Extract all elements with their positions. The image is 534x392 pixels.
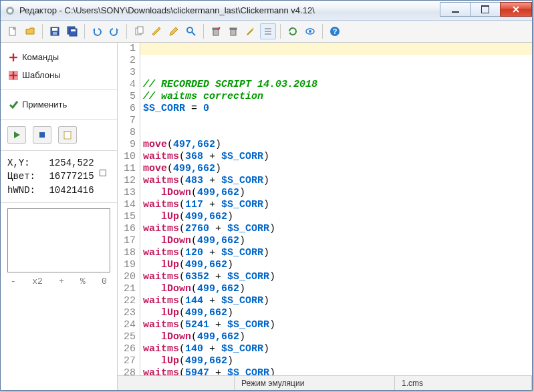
save-all-button[interactable]: [64, 23, 80, 39]
redo-button[interactable]: [106, 23, 122, 39]
ruler-button[interactable]: [148, 23, 164, 39]
svg-point-17: [309, 30, 311, 33]
editor-statusbar: Режим эмуляции 1.cms: [118, 375, 532, 390]
zoom-label: x2: [32, 276, 43, 286]
svg-rect-21: [13, 53, 14, 61]
cursor-status: X,Y: 1254,522 Цвет: 16777215 hWND: 10421…: [1, 151, 117, 203]
toolbar-separator: [280, 24, 281, 39]
sidebar: Команды Шаблоны Применить X,Y: 1: [1, 43, 118, 390]
pencil-button[interactable]: [166, 23, 182, 39]
minimize-button[interactable]: [440, 2, 471, 17]
search-button[interactable]: [183, 23, 199, 39]
apply-button[interactable]: Применить: [7, 95, 110, 114]
sidebar-item-label: Команды: [22, 52, 59, 62]
list-button[interactable]: [260, 23, 276, 39]
color-swatch: [100, 170, 106, 176]
svg-rect-15: [230, 28, 237, 29]
zoom-zero-button[interactable]: 0: [100, 276, 109, 286]
xy-value: 1254,522: [49, 156, 94, 170]
xy-label: X,Y:: [7, 156, 30, 170]
svg-rect-8: [71, 29, 76, 31]
zoom-plus-button[interactable]: +: [57, 276, 66, 286]
preview-box: [7, 208, 110, 272]
svg-rect-25: [13, 71, 14, 79]
code-editor[interactable]: 1234567891011121314151617181920212223242…: [118, 43, 532, 390]
hwnd-value: 10421416: [49, 184, 94, 197]
svg-rect-5: [53, 32, 57, 35]
notes-button[interactable]: [58, 126, 77, 144]
eye-button[interactable]: [302, 23, 318, 39]
toolbar-separator: [126, 24, 127, 39]
svg-rect-12: [213, 29, 219, 35]
svg-point-1: [8, 9, 12, 13]
titlebar[interactable]: Редактор - C:\Users\SONY\Downloads\click…: [1, 1, 532, 21]
zoom-pct-label: %: [80, 276, 86, 286]
hwnd-label: hWND:: [7, 184, 35, 197]
save-button[interactable]: [47, 23, 63, 39]
toolbar-separator: [84, 24, 85, 39]
color-label: Цвет:: [7, 170, 35, 183]
app-window: Редактор - C:\Users\SONY\Downloads\click…: [0, 0, 533, 391]
zoom-controls: - x2 + % 0: [1, 275, 117, 292]
window-title: Редактор - C:\Users\SONY\Downloads\click…: [19, 5, 440, 15]
current-line-highlight: [140, 43, 532, 55]
close-button[interactable]: [500, 2, 532, 17]
copy-button[interactable]: [131, 23, 147, 39]
app-icon: [5, 5, 15, 16]
plus-icon: [9, 71, 18, 80]
refresh-button[interactable]: [285, 23, 301, 39]
sidebar-item-commands[interactable]: Команды: [7, 48, 110, 66]
toolbar: ?: [1, 21, 532, 43]
apply-label: Применить: [22, 100, 67, 110]
check-icon: [9, 100, 18, 110]
new-file-button[interactable]: [5, 23, 21, 39]
toolbar-separator: [42, 24, 43, 39]
play-button[interactable]: [7, 126, 26, 144]
client-area: Команды Шаблоны Применить X,Y: 1: [1, 43, 532, 390]
undo-button[interactable]: [89, 23, 105, 39]
sidebar-item-templates[interactable]: Шаблоны: [7, 66, 110, 84]
line-gutter: 1234567891011121314151617181920212223242…: [118, 43, 140, 375]
delete-alt-button[interactable]: [225, 23, 241, 39]
sidebar-item-label: Шаблоны: [22, 70, 61, 80]
zoom-minus-button[interactable]: -: [9, 276, 18, 286]
toolbar-separator: [322, 24, 323, 39]
svg-rect-10: [138, 27, 143, 33]
stop-button[interactable]: [33, 126, 51, 144]
svg-text:?: ?: [333, 27, 338, 35]
svg-rect-14: [231, 29, 236, 35]
help-button[interactable]: ?: [327, 23, 343, 39]
maximize-button[interactable]: [470, 2, 501, 17]
status-file: 1.cms: [395, 376, 532, 390]
svg-rect-26: [39, 132, 45, 138]
wand-button[interactable]: [243, 23, 259, 39]
svg-point-11: [187, 27, 192, 33]
code-lines[interactable]: // RECORDED SCRIPT 14.03.2018// waitms c…: [143, 79, 532, 375]
delete-button[interactable]: [208, 23, 224, 39]
open-file-button[interactable]: [22, 23, 38, 39]
plus-icon: [9, 53, 18, 62]
status-mode: Режим эмуляции: [235, 376, 395, 390]
svg-rect-27: [64, 132, 71, 139]
color-value: 16777215: [49, 170, 94, 183]
toolbar-separator: [203, 24, 204, 39]
svg-rect-4: [52, 28, 57, 31]
